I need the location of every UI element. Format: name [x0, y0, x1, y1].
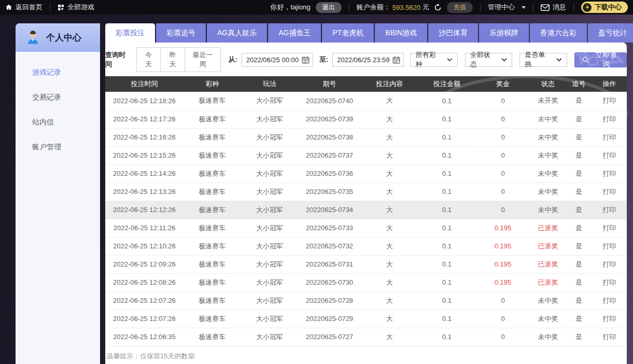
- grid-icon: [58, 4, 64, 11]
- tab-leyou-chess[interactable]: 乐游棋牌: [479, 23, 529, 43]
- cell-amount: 0.1: [418, 92, 476, 110]
- cell-action[interactable]: 打印: [592, 110, 627, 128]
- cell-issue: 20220625-0736: [298, 164, 361, 183]
- lottery-type-value: 所有彩种: [415, 50, 440, 69]
- tab-profit-stats[interactable]: 盈亏统计: [588, 23, 633, 43]
- from-date-input[interactable]: 2022/06/25 00:00: [242, 53, 313, 67]
- cell-action[interactable]: 打印: [592, 273, 627, 291]
- cell-action[interactable]: 打印: [592, 310, 627, 328]
- home-link[interactable]: 返回首页: [5, 3, 43, 12]
- table-row[interactable]: 2022-06-25 12:14:26极速赛车大小冠军20220625-0736…: [105, 164, 627, 183]
- tab-saba-sports[interactable]: 沙巴体育: [428, 23, 478, 43]
- from-label: 从:: [228, 55, 237, 64]
- cell-status: 未中奖: [530, 128, 566, 146]
- cell-issue: 20220625-0731: [298, 255, 361, 273]
- cell-action[interactable]: 打印: [592, 201, 627, 219]
- admin-center-menu[interactable]: 管理中心: [488, 3, 526, 12]
- table-row[interactable]: 2022-06-25 12:06:35极速赛车大小冠军20220625-0727…: [105, 328, 627, 346]
- refresh-balance-icon[interactable]: [434, 4, 442, 11]
- cell-play: 大小冠军: [241, 328, 299, 346]
- cell-prize: 0: [475, 92, 530, 110]
- search-icon: [582, 56, 589, 64]
- table-row[interactable]: 2022-06-25 12:13:26极速赛车大小冠军20220625-0735…: [105, 183, 627, 201]
- search-button[interactable]: 立即查询: [574, 52, 627, 67]
- tab-bar: 彩票投注 彩票追号 AG真人娱乐 AG捕鱼王 PT老虎机 BBIN游戏 沙巴体育…: [105, 23, 627, 43]
- sidebar: 个人中心 游戏记录 交易记录 站内信 账户管理: [16, 23, 100, 364]
- tab-bbin-games[interactable]: BBIN游戏: [375, 23, 427, 43]
- cell-time: 2022-06-25 12:06:35: [105, 328, 184, 346]
- table-row[interactable]: 2022-06-25 12:07:26极速赛车大小冠军20220625-0728…: [105, 291, 627, 310]
- col-play: 玩法: [241, 76, 299, 92]
- table-row[interactable]: 2022-06-25 12:11:26极速赛车大小冠军20220625-0733…: [105, 219, 627, 237]
- cell-action[interactable]: 打印: [592, 128, 627, 146]
- cell-action[interactable]: 打印: [592, 255, 627, 273]
- tab-ag-fishing[interactable]: AG捕鱼王: [268, 23, 321, 43]
- status-value: 全部状态: [470, 50, 495, 69]
- to-date-input[interactable]: 2022/06/25 23:59: [332, 53, 404, 67]
- cell-issue: 20220625-0735: [298, 183, 361, 201]
- sidebar-item-site-mail[interactable]: 站内信: [16, 110, 100, 135]
- cell-play: 大小冠军: [241, 273, 299, 291]
- cell-prize: 0: [475, 328, 530, 346]
- cell-status: 已派奖: [530, 255, 566, 273]
- to-label: 至:: [319, 55, 328, 64]
- cell-chase: 是: [566, 237, 592, 255]
- cell-lottery: 极速赛车: [184, 110, 241, 128]
- calendar-icon[interactable]: [302, 56, 310, 64]
- table-row[interactable]: 2022-06-25 12:07:26极速赛车大小冠军20220625-0729…: [105, 310, 627, 328]
- cell-lottery: 极速赛车: [184, 310, 241, 328]
- status-select[interactable]: 全部状态: [465, 53, 512, 67]
- sidebar-item-transaction-records[interactable]: 交易记录: [16, 85, 100, 110]
- cell-action[interactable]: 打印: [592, 291, 627, 310]
- table-row[interactable]: 2022-06-25 12:08:26极速赛车大小冠军20220625-0730…: [105, 273, 627, 291]
- cell-chase: 是: [566, 183, 592, 201]
- yesterday-button[interactable]: 昨天: [160, 47, 185, 72]
- logout-button[interactable]: 退出: [316, 2, 342, 13]
- sidebar-item-account-management[interactable]: 账户管理: [16, 135, 100, 160]
- today-button[interactable]: 今天: [136, 47, 161, 72]
- last-week-button[interactable]: 最近一周: [185, 47, 221, 72]
- cell-content: 大: [361, 219, 418, 237]
- tab-ag-live[interactable]: AG真人娱乐: [207, 23, 267, 43]
- cell-action[interactable]: 打印: [592, 92, 627, 110]
- cell-action[interactable]: 打印: [592, 237, 627, 255]
- cell-action[interactable]: 打印: [592, 164, 627, 183]
- messages-link[interactable]: 消息: [541, 3, 566, 12]
- tab-hk-mark-six[interactable]: 香港六合彩: [530, 23, 587, 43]
- cell-time: 2022-06-25 12:07:26: [105, 310, 184, 328]
- cell-lottery: 极速赛车: [184, 255, 241, 273]
- avatar: [26, 31, 40, 45]
- col-status: 状态: [530, 76, 566, 92]
- calendar-icon[interactable]: [392, 56, 400, 64]
- table-row[interactable]: 2022-06-25 12:17:26极速赛车大小冠军20220625-0739…: [105, 110, 627, 128]
- table-row[interactable]: 2022-06-25 12:10:26极速赛车大小冠军20220625-0732…: [105, 237, 627, 255]
- lottery-type-select[interactable]: 所有彩种: [410, 53, 457, 67]
- tab-lottery-chase[interactable]: 彩票追号: [156, 23, 206, 43]
- cell-amount: 0.1: [418, 255, 476, 273]
- to-date-value: 2022/06/25 23:59: [337, 56, 389, 64]
- table-row[interactable]: 2022-06-25 12:18:26极速赛车大小冠军20220625-0740…: [105, 92, 627, 110]
- tab-pt-slots[interactable]: PT老虎机: [322, 23, 374, 43]
- cell-action[interactable]: 打印: [592, 328, 627, 346]
- cell-time: 2022-06-25 12:08:26: [105, 273, 184, 291]
- cell-action[interactable]: 打印: [592, 183, 627, 201]
- cell-action[interactable]: 打印: [592, 219, 627, 237]
- cell-action[interactable]: 打印: [592, 146, 627, 164]
- download-center-button[interactable]: 下载中心: [581, 2, 628, 13]
- cell-amount: 0.1: [418, 183, 476, 201]
- table-row[interactable]: 2022-06-25 12:09:26极速赛车大小冠军20220625-0731…: [105, 255, 627, 273]
- cell-lottery: 极速赛车: [184, 273, 241, 291]
- table-row[interactable]: 2022-06-25 12:16:26极速赛车大小冠军20220625-0738…: [105, 128, 627, 146]
- cell-status: 未中奖: [530, 291, 566, 310]
- cell-issue: 20220625-0729: [298, 310, 361, 328]
- table-row[interactable]: 2022-06-25 12:15:26极速赛车大小冠军20220625-0737…: [105, 146, 627, 164]
- sidebar-item-game-records[interactable]: 游戏记录: [16, 60, 100, 85]
- single-pick-select[interactable]: 是否单挑: [519, 53, 567, 67]
- tab-lottery-bets[interactable]: 彩票投注: [105, 23, 155, 43]
- all-games-link[interactable]: 全部游戏: [58, 3, 94, 12]
- cell-play: 大小冠军: [241, 164, 299, 183]
- cell-chase: 是: [566, 328, 592, 346]
- recharge-button[interactable]: 充值: [447, 2, 473, 13]
- search-button-label: 立即查询: [593, 50, 620, 69]
- table-row[interactable]: 2022-06-25 12:12:26极速赛车大小冠军20220625-0734…: [105, 201, 627, 219]
